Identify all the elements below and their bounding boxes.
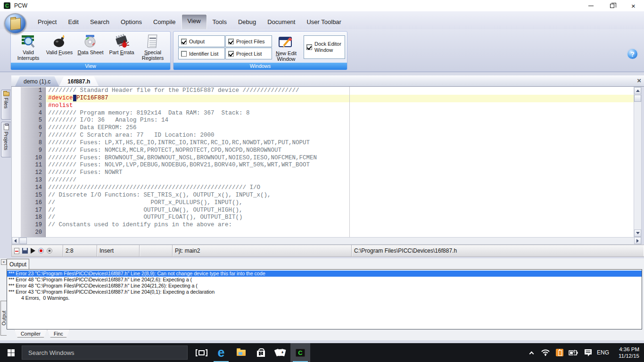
part-errata-button[interactable]: Part Errata bbox=[106, 33, 137, 61]
scroll-right-button[interactable] bbox=[634, 237, 641, 244]
sidebar-tab-files[interactable]: Files bbox=[1, 90, 11, 120]
line-number: 17 bbox=[21, 207, 45, 214]
valid-fuses-button[interactable]: Valid Fuses bbox=[44, 33, 75, 61]
code-line[interactable]: // PORT_x_PULLUPS(), INPUT(), bbox=[46, 199, 634, 207]
line-number: 3 bbox=[21, 102, 45, 110]
chevron-up-icon bbox=[529, 351, 534, 356]
special-registers-icon bbox=[137, 33, 168, 49]
code-line[interactable]: // Discrete I/O Functions: SET_TRIS_x(),… bbox=[46, 192, 634, 199]
output-close-icon[interactable]: × bbox=[1, 259, 7, 265]
taskbar-search-input[interactable]: Search Windows bbox=[22, 346, 188, 360]
code-line[interactable]: //////// C Scratch area: 77 ID Location:… bbox=[46, 132, 634, 140]
checkbox-identifier-list[interactable]: Identifier List bbox=[178, 48, 225, 59]
language-indicator[interactable]: ENG bbox=[595, 349, 611, 356]
menu-project[interactable]: Project bbox=[32, 16, 62, 29]
horizontal-scrollbar[interactable] bbox=[11, 237, 642, 245]
record-icon[interactable] bbox=[38, 248, 44, 254]
store-button[interactable] bbox=[251, 343, 271, 362]
scroll-left-button[interactable] bbox=[12, 237, 19, 244]
tab-demo-1-c[interactable]: demo (1).c bbox=[15, 76, 59, 86]
code-line[interactable]: //////// Data EEPROM: 256 bbox=[46, 124, 634, 132]
help-button[interactable]: ? bbox=[627, 48, 638, 60]
sidebar-tab-projects[interactable]: Projects bbox=[1, 122, 11, 157]
code-area[interactable]: //////// Standard Header file for the PI… bbox=[46, 87, 634, 237]
code-line[interactable]: #nolist bbox=[46, 102, 634, 110]
code-line-current[interactable]: #device PIC16F887 bbox=[46, 95, 634, 102]
battery-saver-button[interactable] bbox=[553, 349, 567, 356]
taskbar-clock[interactable]: 4:36 PM 11/12/15 bbox=[611, 346, 639, 359]
menu-search[interactable]: Search bbox=[84, 16, 115, 29]
run-icon[interactable] bbox=[31, 248, 35, 254]
code-line[interactable]: ////////////////////////////////////////… bbox=[46, 184, 634, 192]
code-line[interactable]: //////// I/O: 36 Analog Pins: 14 bbox=[46, 117, 634, 124]
code-line[interactable]: // OUTPUT_LOW(), OUTPUT_HIGH(), bbox=[46, 207, 634, 214]
scroll-down-button[interactable] bbox=[634, 230, 641, 237]
start-button[interactable] bbox=[0, 343, 22, 362]
save-icon[interactable] bbox=[22, 248, 28, 254]
horizontal-scroll-thumb[interactable] bbox=[19, 238, 27, 244]
data-sheet-button[interactable]: Data Sheet bbox=[75, 33, 106, 61]
dock-editor-window-checkbox[interactable]: Dock Editor Window bbox=[304, 35, 345, 59]
tray-expand-button[interactable] bbox=[524, 350, 538, 355]
projects-clipboard-icon bbox=[4, 124, 9, 130]
file-explorer-button[interactable] bbox=[231, 343, 251, 362]
tab-16f887-h[interactable]: 16f887.h bbox=[59, 76, 99, 86]
taskbar: Search Windows e ♠ C ENG 4: bbox=[0, 343, 644, 362]
vertical-scroll-thumb[interactable] bbox=[634, 95, 641, 102]
insert-mode: Insert bbox=[97, 245, 140, 256]
compiler-message-list[interactable]: *** Error 23 "C:\Program Files\PICC\Devi… bbox=[7, 269, 642, 329]
code-line[interactable]: //////// bbox=[46, 177, 634, 184]
application-menu-button[interactable] bbox=[4, 13, 26, 34]
action-center-button[interactable] bbox=[581, 349, 595, 356]
code-line[interactable]: //////// Program memory: 8192x14 Data RA… bbox=[46, 110, 634, 117]
minimize-button[interactable] bbox=[580, 0, 602, 11]
vertical-scrollbar[interactable] bbox=[634, 87, 642, 237]
task-view-button[interactable] bbox=[191, 343, 211, 362]
code-line[interactable]: // OUTPUT_FLOAT(), OUTPUT_BIT() bbox=[46, 214, 634, 222]
edge-button[interactable]: e bbox=[211, 343, 231, 362]
close-button[interactable]: × bbox=[623, 0, 644, 11]
error-row-selected[interactable]: *** Error 23 "C:\Program Files\PICC\Devi… bbox=[7, 271, 642, 277]
error-row[interactable]: *** Error 43 "C:\Program Files\PICC\Devi… bbox=[7, 289, 642, 295]
error-row[interactable]: *** Error 48 "C:\Program Files\PICC\Devi… bbox=[7, 277, 642, 283]
output-side-tab[interactable]: Output bbox=[0, 301, 7, 336]
checkbox-output[interactable]: Output bbox=[178, 35, 225, 47]
scroll-up-button[interactable] bbox=[634, 87, 641, 94]
stop-icon[interactable] bbox=[47, 248, 52, 254]
code-line[interactable]: //////// Fuses: NOLVP,LVP,DEBUG,NODEBUG,… bbox=[46, 162, 634, 169]
pcw-taskbar-button[interactable]: C bbox=[290, 343, 310, 362]
wifi-button[interactable] bbox=[538, 349, 553, 356]
menu-document[interactable]: Document bbox=[262, 16, 301, 29]
valid-interrupts-button[interactable]: Valid Interrupts bbox=[13, 33, 44, 61]
ribbon-group-windows-label: Windows bbox=[173, 63, 347, 70]
code-line[interactable]: //////// Fuses: NOWRT bbox=[46, 169, 634, 177]
solitaire-button[interactable]: ♠ bbox=[271, 343, 290, 362]
special-registers-button[interactable]: Special Registers bbox=[137, 33, 168, 61]
new-edit-window-button[interactable]: New Edit Window bbox=[272, 33, 301, 62]
code-line[interactable] bbox=[46, 229, 634, 237]
tab-finc[interactable]: Finc bbox=[47, 329, 70, 337]
tab-compiler[interactable]: Compiler bbox=[14, 329, 47, 337]
editor-close-icon[interactable]: × bbox=[637, 77, 641, 84]
new-edit-window-icon bbox=[272, 34, 301, 50]
menu-options[interactable]: Options bbox=[115, 16, 148, 29]
code-editor[interactable]: 1234567891011121314151617181920 ////////… bbox=[11, 87, 634, 237]
code-line[interactable]: //////// Fuses: NOMCLR,MCLR,PROTECT,NOPR… bbox=[46, 147, 634, 155]
menu-user-toolbar[interactable]: User Toolbar bbox=[301, 16, 347, 29]
code-line[interactable]: //////// Fuses: LP,XT,HS,EC_IO,INTRC_IO,… bbox=[46, 140, 634, 147]
code-line[interactable]: // Constants used to identify pins in th… bbox=[46, 222, 634, 229]
power-button[interactable] bbox=[567, 349, 581, 356]
checkbox-project-files[interactable]: Project Files bbox=[225, 35, 272, 47]
checkbox-project-list[interactable]: Project List bbox=[225, 48, 272, 59]
output-tab[interactable]: Output bbox=[7, 259, 29, 270]
menu-view[interactable]: View bbox=[182, 14, 207, 29]
menu-debug[interactable]: Debug bbox=[232, 16, 262, 29]
error-row[interactable]: *** Error 48 "C:\Program Files\PICC\Devi… bbox=[7, 283, 642, 289]
menu-edit[interactable]: Edit bbox=[62, 16, 84, 29]
close-file-icon[interactable] bbox=[14, 248, 19, 254]
menu-tools[interactable]: Tools bbox=[207, 16, 232, 29]
code-line[interactable]: //////// Standard Header file for the PI… bbox=[46, 87, 634, 95]
restore-button[interactable] bbox=[602, 0, 623, 11]
code-line[interactable]: //////// Fuses: BROWNOUT_SW,BROWNOUT_NOS… bbox=[46, 155, 634, 162]
menu-compile[interactable]: Compile bbox=[148, 16, 182, 29]
